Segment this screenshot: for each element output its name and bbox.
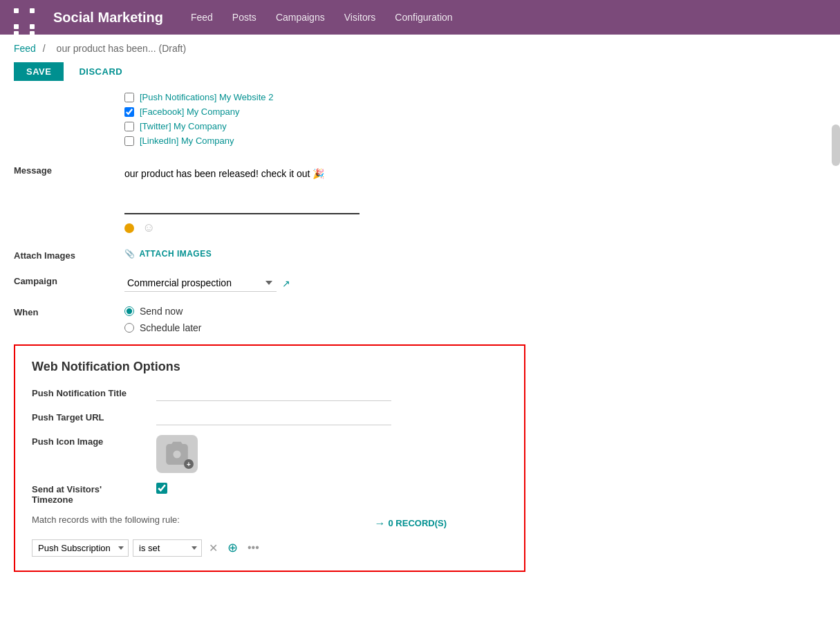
campaign-row: Campaign Commercial prospection ↗ [14, 272, 826, 295]
when-row: When Send now Schedule later [14, 303, 826, 336]
radio-send-now-input[interactable] [124, 306, 134, 316]
radio-send-now: Send now [124, 306, 826, 317]
campaign-content: Commercial prospection ↗ [124, 275, 826, 292]
push-title-input[interactable] [156, 387, 391, 401]
filter-row: Push Subscription is set ✕ ⊕ ••• [32, 539, 507, 557]
push-title-label: Push Notification Title [32, 387, 156, 398]
filter-add-button[interactable]: ⊕ [225, 539, 241, 557]
radio-send-now-label[interactable]: Send now [140, 306, 183, 317]
channel-label-linkedin[interactable]: [LinkedIn] My Company [140, 136, 234, 146]
radio-schedule-later-label[interactable]: Schedule later [140, 322, 202, 333]
channel-label-facebook[interactable]: [Facebook] My Company [140, 106, 240, 117]
list-item: [LinkedIn] My Company [124, 136, 826, 146]
smiley-icon[interactable]: ☺ [142, 221, 155, 235]
channels-row: [Push Notifications] My Website 2 [Faceb… [14, 89, 826, 153]
records-count-link[interactable]: → 0 RECORD(S) [374, 517, 447, 530]
web-notification-section: Web Notification Options Push Notificati… [14, 344, 525, 572]
channel-label-push[interactable]: [Push Notifications] My Website 2 [140, 92, 273, 102]
list-item: [Facebook] My Company [124, 106, 826, 117]
nav-feed[interactable]: Feed [191, 12, 213, 23]
scrollbar[interactable] [832, 124, 840, 166]
nav-posts[interactable]: Posts [232, 12, 256, 23]
arrow-right-icon: → [374, 517, 385, 530]
match-header-row: Match records with the following rule: →… [32, 515, 447, 532]
filter-more-button[interactable]: ••• [245, 540, 262, 555]
push-url-content [156, 411, 507, 425]
when-label: When [14, 306, 124, 317]
nav-configuration[interactable]: Configuration [395, 12, 452, 23]
nav-visitors[interactable]: Visitors [344, 12, 376, 23]
paperclip-icon: 📎 [124, 249, 136, 259]
attach-images-label: Attach Images [14, 249, 124, 261]
timezone-label: Send at Visitors'Timezone [32, 483, 156, 505]
timezone-checkbox[interactable] [156, 483, 167, 494]
push-icon-content: + [156, 435, 507, 473]
push-title-row: Push Notification Title [32, 387, 507, 401]
push-url-input[interactable] [156, 411, 391, 425]
breadcrumb-separator: / [43, 43, 48, 54]
campaign-label: Campaign [14, 275, 124, 286]
push-url-label: Push Target URL [32, 411, 156, 423]
list-item: [Push Notifications] My Website 2 [124, 92, 826, 102]
attach-images-button[interactable]: 📎 ATTACH IMAGES [124, 249, 826, 259]
attach-images-text: ATTACH IMAGES [140, 249, 212, 259]
campaign-select[interactable]: Commercial prospection [124, 275, 277, 292]
message-icons-row: ☺ [124, 221, 826, 235]
timezone-content [156, 483, 507, 496]
when-radio-group: Send now Schedule later [124, 306, 826, 333]
form-toolbar: SAVE DISCARD [0, 59, 840, 89]
push-icon-label: Push Icon Image [32, 435, 156, 447]
save-button[interactable]: SAVE [14, 62, 64, 81]
channel-checkbox-linkedin[interactable] [124, 136, 134, 146]
channels-label [14, 92, 124, 93]
attach-images-row: Attach Images 📎 ATTACH IMAGES [14, 246, 826, 263]
nav-campaigns[interactable]: Campaigns [276, 12, 325, 23]
match-records-label: Match records with the following rule: [32, 515, 180, 525]
breadcrumb-current: our product has been... (Draft) [57, 43, 187, 54]
external-link-icon[interactable]: ↗ [282, 278, 290, 289]
push-icon-plus: + [184, 459, 194, 469]
grid-icon [14, 0, 44, 43]
timezone-label-text: Send at Visitors'Timezone [32, 484, 102, 505]
app-title: Social Marketing [53, 10, 163, 26]
radio-schedule-later-input[interactable] [124, 323, 134, 333]
when-content: Send now Schedule later [124, 306, 826, 333]
breadcrumb-parent[interactable]: Feed [14, 43, 36, 54]
message-row: Message our product has been released! c… [14, 161, 826, 238]
records-count-text: 0 RECORD(S) [388, 518, 447, 528]
channel-checkbox-facebook[interactable] [124, 107, 134, 117]
push-icon-row: Push Icon Image + [32, 435, 507, 473]
discard-button[interactable]: DISCARD [72, 62, 129, 81]
channel-checkbox-push[interactable] [124, 93, 134, 102]
channel-label-twitter[interactable]: [Twitter] My Company [140, 121, 227, 131]
message-textarea[interactable]: our product has been released! check it … [124, 164, 360, 214]
attach-images-content: 📎 ATTACH IMAGES [124, 249, 826, 259]
emoji-dot-icon[interactable] [124, 223, 134, 233]
channels-content: [Push Notifications] My Website 2 [Faceb… [124, 92, 826, 150]
radio-schedule-later: Schedule later [124, 322, 826, 333]
app-header: Social Marketing Feed Posts Campaigns Vi… [0, 0, 840, 35]
match-records-section: Match records with the following rule: →… [32, 515, 507, 557]
channel-checkbox-twitter[interactable] [124, 122, 134, 131]
list-item: [Twitter] My Company [124, 121, 826, 131]
main-form: [Push Notifications] My Website 2 [Faceb… [0, 89, 840, 586]
web-notification-title: Web Notification Options [32, 360, 507, 374]
channel-list: [Push Notifications] My Website 2 [Faceb… [124, 92, 826, 146]
breadcrumb: Feed / our product has been... (Draft) [0, 35, 840, 59]
message-content: our product has been released! check it … [124, 164, 826, 235]
push-icon-upload[interactable]: + [156, 435, 198, 473]
timezone-row: Send at Visitors'Timezone [32, 483, 507, 505]
push-title-content [156, 387, 507, 401]
push-url-row: Push Target URL [32, 411, 507, 425]
main-nav: Feed Posts Campaigns Visitors Configurat… [191, 12, 453, 23]
message-label: Message [14, 164, 124, 176]
filter-remove-button[interactable]: ✕ [206, 540, 221, 556]
filter-field-select[interactable]: Push Subscription [32, 539, 129, 557]
filter-operator-select[interactable]: is set [133, 539, 202, 557]
